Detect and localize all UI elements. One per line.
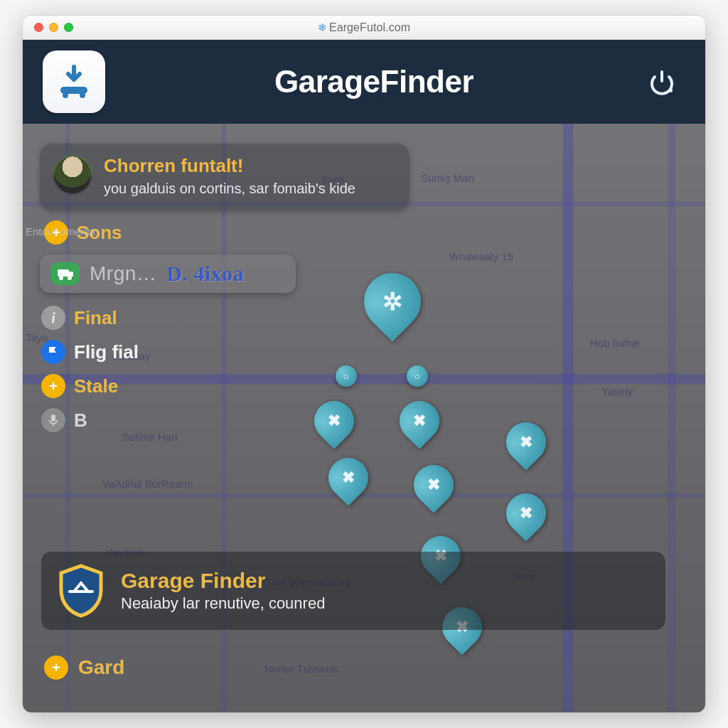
map-label: Hob bafne (590, 337, 639, 349)
address-bar[interactable]: ❄EargeFutol.com (318, 21, 410, 34)
map-label: Yasely (601, 385, 633, 397)
list-item-label: B (74, 410, 87, 432)
power-refresh-button[interactable] (643, 63, 681, 101)
download-car-icon (55, 63, 93, 101)
search-placeholder: Mrgn… (90, 262, 156, 285)
mic-icon (41, 408, 65, 432)
chip-gard[interactable]: + Gard (44, 655, 124, 680)
titlebar: ❄EargeFutol.com (23, 16, 705, 40)
svg-rect-5 (69, 272, 73, 277)
bottom-banner[interactable]: Garage Finder Neaiaby lar renutive, coun… (41, 552, 665, 630)
banner-subtitle: Neaiaby lar renutive, counred (121, 594, 325, 613)
shield-icon (55, 563, 107, 619)
map-pin[interactable] (407, 365, 428, 387)
avatar[interactable] (53, 155, 92, 195)
svg-point-7 (68, 276, 72, 280)
list-item-label: Stale (74, 375, 118, 397)
url-text: EargeFutol.com (329, 21, 410, 33)
app-window: ❄EargeFutol.com GarageFinder (23, 16, 705, 712)
snowflake-icon: ❄ (318, 21, 327, 33)
svg-point-1 (63, 92, 68, 98)
list-item-label: Final (74, 307, 117, 329)
map-label: VaAdrial BurReann (102, 478, 193, 490)
map-label: Sumiş Man (421, 172, 474, 184)
svg-point-6 (59, 276, 63, 280)
map-label: Wnawaaly 15 (449, 250, 513, 262)
zoom-window-button[interactable] (64, 23, 73, 32)
power-icon (646, 66, 678, 97)
list-item[interactable]: B (41, 408, 408, 432)
search-value: D. 4ixoa (166, 262, 244, 286)
app-header: GarageFinder (23, 40, 705, 124)
list-item-label: Flig fial (74, 341, 139, 363)
close-window-button[interactable] (34, 23, 43, 32)
svg-point-2 (80, 92, 85, 98)
search-card[interactable]: Mrgn… D. 4ixoa (40, 255, 296, 293)
svg-point-3 (668, 88, 673, 92)
traffic-lights (23, 23, 73, 32)
svg-rect-8 (51, 414, 55, 422)
svg-rect-4 (58, 269, 69, 277)
minimize-window-button[interactable] (49, 23, 58, 32)
map-label: Norter Tunsenic (264, 663, 340, 675)
banner-title: Garage Finder (121, 569, 325, 593)
chip-label: Gard (78, 656, 124, 679)
plus-icon: + (44, 655, 68, 680)
map-canvas[interactable]: Book Sumiş Man Wnawaaly 15 Hob bafne Yas… (23, 124, 705, 712)
profile-card: Chorren funtalt! you galduis on cortins,… (40, 144, 410, 210)
vehicle-icon (51, 262, 80, 285)
info-icon: i (41, 306, 65, 330)
list-item[interactable]: + Stale (41, 374, 408, 398)
overlay-panel: Chorren funtalt! you galduis on cortins,… (40, 144, 410, 435)
flag-icon (41, 340, 65, 364)
side-text: Entour omenta (26, 226, 95, 238)
profile-subtitle: you galduis on cortins, sar fomaib's kid… (104, 180, 355, 198)
list-item[interactable]: i Final (41, 306, 408, 330)
app-logo[interactable] (43, 50, 105, 113)
profile-title: Chorren funtalt! (104, 155, 355, 177)
app-title: GarageFinder (274, 64, 473, 100)
list-item[interactable]: Flig fial (41, 340, 408, 364)
filter-list: i Final Flig fial + Stale (40, 303, 410, 435)
plus-icon: + (41, 374, 65, 398)
